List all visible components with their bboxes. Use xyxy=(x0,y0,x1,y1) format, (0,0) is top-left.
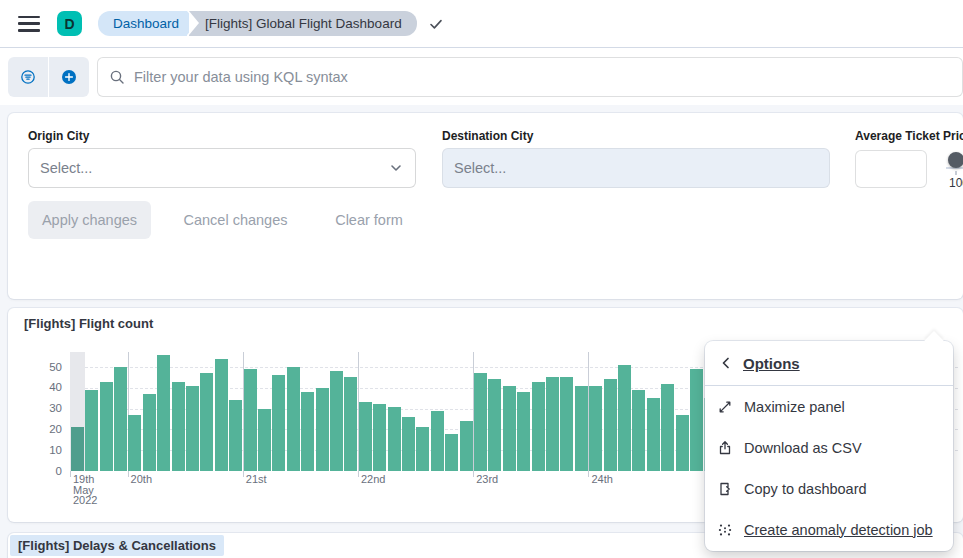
y-axis-label: 50 xyxy=(22,361,62,373)
kql-search-input[interactable]: Filter your data using KQL syntax xyxy=(97,57,963,97)
filter-icon xyxy=(20,69,36,85)
chart-bar xyxy=(517,392,530,471)
chart-bar xyxy=(488,379,501,471)
menu-hamburger-icon[interactable] xyxy=(18,16,40,32)
chart-bar xyxy=(589,386,602,471)
axis-tick xyxy=(70,471,71,477)
chart-bar xyxy=(258,409,271,471)
avg-ticket-price-label: Average Ticket Price xyxy=(855,129,963,143)
breadcrumb-dashboard[interactable]: Dashboard xyxy=(98,11,187,36)
copy-icon xyxy=(717,481,733,497)
check-icon[interactable] xyxy=(428,16,444,32)
chart-bar xyxy=(215,359,228,471)
chart-bar xyxy=(344,377,357,471)
chart-bar xyxy=(560,377,573,471)
chart-bar xyxy=(272,375,285,471)
x-axis-label: 23rd xyxy=(476,474,498,485)
x-axis-label: 24th xyxy=(591,474,612,485)
x-axis-label: 19th May 2022 xyxy=(73,474,97,506)
add-filter-button[interactable] xyxy=(49,57,89,97)
filter-menu-button[interactable] xyxy=(8,57,48,97)
avg-ticket-price-input[interactable] xyxy=(855,150,927,188)
chart-bar xyxy=(474,373,487,471)
chevron-down-icon xyxy=(388,160,404,176)
chart-bar xyxy=(445,434,458,471)
chart-bar xyxy=(287,367,300,471)
chart-bar xyxy=(373,404,386,471)
origin-city-placeholder: Select... xyxy=(40,160,92,176)
chart-bar xyxy=(690,369,703,471)
y-axis-label: 0 xyxy=(22,465,62,477)
clear-form-button[interactable]: Clear form xyxy=(323,201,415,239)
chart-bar xyxy=(157,355,170,471)
space-avatar[interactable]: D xyxy=(57,11,82,36)
chart-bar xyxy=(128,415,141,471)
destination-city-select[interactable]: Select... xyxy=(442,148,830,188)
chart-bar xyxy=(71,427,84,471)
breadcrumb: Dashboard [Flights] Global Flight Dashbo… xyxy=(98,11,417,36)
chart-bar xyxy=(200,373,213,471)
cancel-changes-button[interactable]: Cancel changes xyxy=(173,201,298,239)
download-icon xyxy=(717,440,733,456)
chart-bar xyxy=(244,369,257,471)
chart-bar xyxy=(359,402,372,471)
destination-city-placeholder: Select... xyxy=(454,160,506,176)
chart-bar xyxy=(402,417,415,471)
y-axis-label: 20 xyxy=(22,423,62,435)
breadcrumb-current-page[interactable]: [Flights] Global Flight Dashboard xyxy=(189,11,417,36)
price-slider-min-label: 100 xyxy=(949,176,963,190)
chart-bar xyxy=(575,386,588,471)
menu-item-label: Maximize panel xyxy=(744,399,845,415)
breadcrumb-current-page-label: [Flights] Global Flight Dashboard xyxy=(205,16,402,31)
menu-item-download-csv[interactable]: Download as CSV xyxy=(705,427,953,468)
chart-bar xyxy=(604,379,617,471)
plus-circle-icon xyxy=(61,69,77,85)
price-slider-thumb[interactable] xyxy=(948,152,963,168)
origin-city-select[interactable]: Select... xyxy=(28,148,416,188)
y-axis-label: 40 xyxy=(22,381,62,393)
chart-bar xyxy=(143,394,156,471)
delays-panel-title[interactable]: [Flights] Delays & Cancellations xyxy=(10,535,224,556)
chart-bar xyxy=(114,367,127,471)
chart-bar xyxy=(301,392,314,471)
menu-item-maximize-panel[interactable]: Maximize panel xyxy=(705,386,953,427)
menu-item-create-anomaly-job[interactable]: Create anomaly detection job xyxy=(705,509,953,550)
menu-item-label: Create anomaly detection job xyxy=(744,522,933,538)
price-slider-tick xyxy=(955,171,957,175)
chart-bar xyxy=(618,365,631,471)
chart-bar xyxy=(460,421,473,471)
destination-city-label: Destination City xyxy=(442,129,533,143)
top-navigation-bar: D Dashboard [Flights] Global Flight Dash… xyxy=(0,0,963,48)
x-axis-label: 20th xyxy=(131,474,152,485)
chart-bar xyxy=(172,382,185,471)
chart-bar xyxy=(416,427,429,471)
menu-item-label: Copy to dashboard xyxy=(744,481,867,497)
query-bar-strip: Filter your data using KQL syntax xyxy=(0,48,963,105)
chart-bar xyxy=(330,371,343,471)
filter-button-group xyxy=(8,57,89,97)
controls-panel: Origin City Select... Destination City S… xyxy=(8,113,963,299)
panel-options-context-menu: Options Maximize panel Download as CSV C… xyxy=(705,341,953,551)
x-axis-label: 21st xyxy=(246,474,267,485)
chart-bar xyxy=(229,400,242,471)
chart-bar xyxy=(100,382,113,471)
maximize-icon xyxy=(717,399,733,415)
chart-bar xyxy=(676,415,689,471)
chart-bar xyxy=(503,386,516,471)
y-axis-label: 10 xyxy=(22,444,62,456)
chart-bar xyxy=(431,411,444,471)
breadcrumb-dashboard-label: Dashboard xyxy=(113,16,179,31)
origin-city-label: Origin City xyxy=(28,129,89,143)
search-icon xyxy=(109,69,125,85)
chart-bar xyxy=(85,390,98,471)
kql-placeholder: Filter your data using KQL syntax xyxy=(134,69,348,85)
y-axis-label: 30 xyxy=(22,402,62,414)
apply-changes-button[interactable]: Apply changes xyxy=(28,201,151,239)
chevron-left-icon xyxy=(718,355,734,371)
context-menu-back-header[interactable]: Options xyxy=(705,341,953,386)
chart-bar xyxy=(532,382,545,471)
chart-bar xyxy=(186,386,199,471)
chart-bar xyxy=(632,390,645,471)
chart-bar xyxy=(316,388,329,471)
menu-item-copy-to-dashboard[interactable]: Copy to dashboard xyxy=(705,468,953,509)
